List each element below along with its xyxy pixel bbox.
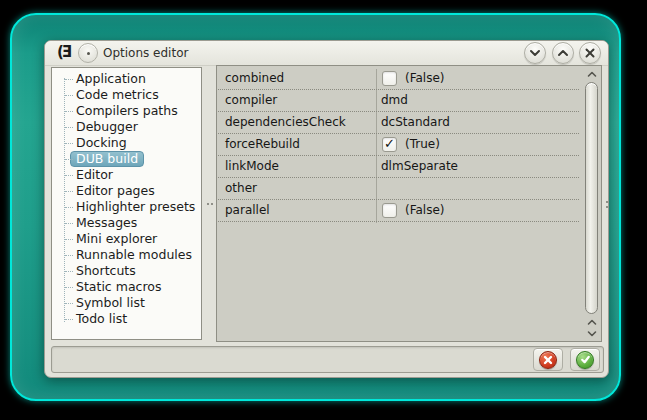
app-logo-icon: (Ǝ (57, 43, 70, 61)
vertical-scrollbar[interactable] (584, 68, 599, 339)
property-name[interactable]: parallel (225, 200, 270, 221)
sidebar-item-debugger[interactable]: Debugger (52, 119, 201, 135)
sidebar-item-label: Runnable modules (76, 247, 192, 263)
dot-icon (87, 52, 90, 55)
cancel-x-icon (539, 351, 557, 369)
sidebar-item-editor[interactable]: Editor (52, 167, 201, 183)
sidebar-item-label: Messages (76, 215, 137, 231)
chevron-up-icon (587, 71, 597, 78)
sidebar-item-label: Todo list (76, 311, 127, 327)
checkbox[interactable]: ✓ (382, 203, 397, 218)
property-name[interactable]: linkMode (225, 156, 279, 177)
sidebar-item-application[interactable]: Application (52, 71, 201, 87)
sidebar-item-shortcuts[interactable]: Shortcuts (52, 263, 201, 279)
splitter-grip-icon (211, 203, 213, 205)
accept-check-icon (576, 351, 594, 369)
sidebar-item-label: Static macros (76, 279, 161, 295)
sidebar-item-label: Application (76, 71, 146, 87)
sidebar-item-label: Highlighter presets (76, 199, 195, 215)
property-value: (True) (405, 134, 440, 155)
sidebar-item-label: DUB build (70, 151, 144, 167)
sidebar-item-label: Editor (76, 167, 113, 183)
window-title: Options editor (103, 41, 188, 66)
chevron-down-icon (587, 330, 597, 337)
sidebar-item-docking[interactable]: Docking (52, 135, 201, 151)
property-grid: combined ✓ (False) compiler dmd dependen… (216, 65, 602, 342)
titlebar[interactable]: (Ǝ Options editor (45, 41, 608, 66)
sidebar-item-code-metrics[interactable]: Code metrics (52, 87, 201, 103)
scroll-down-button[interactable] (585, 328, 598, 338)
sidebar-item-label: Compilers paths (76, 103, 178, 119)
property-value: (False) (405, 200, 445, 221)
property-row[interactable]: parallel ✓ (False) (218, 200, 579, 222)
sidebar-item-editor-pages[interactable]: Editor pages (52, 183, 201, 199)
sidebar-item-highlighter-presets[interactable]: Highlighter presets (52, 199, 201, 215)
property-value[interactable]: dmd (381, 90, 408, 111)
sidebar-item-label: Symbol list (76, 295, 145, 311)
sidebar-item-label: Editor pages (76, 183, 155, 199)
property-row[interactable]: combined ✓ (False) (218, 68, 579, 90)
panel-splitter[interactable] (204, 67, 216, 340)
sidebar-item-label: Docking (76, 135, 127, 151)
property-row[interactable]: forceRebuild ✓ (True) (218, 134, 579, 156)
pin-button[interactable] (78, 43, 98, 63)
property-value[interactable]: dcStandard (381, 112, 450, 133)
sidebar-item-dub-build[interactable]: DUB build (52, 151, 201, 167)
sidebar-item-messages[interactable]: Messages (52, 215, 201, 231)
property-row[interactable]: dependenciesCheck dcStandard (218, 112, 579, 134)
shade-down-button[interactable] (524, 42, 546, 64)
bottom-bar (51, 346, 604, 373)
shade-up-button[interactable] (552, 42, 574, 64)
sidebar-item-symbol-list[interactable]: Symbol list (52, 295, 201, 311)
category-list: Application Code metrics Compilers paths… (51, 67, 202, 340)
grip-dot-icon (606, 206, 608, 208)
property-row[interactable]: compiler dmd (218, 90, 579, 112)
property-value: (False) (405, 68, 445, 89)
accept-button[interactable] (570, 348, 600, 371)
sidebar-item-runnable-modules[interactable]: Runnable modules (52, 247, 201, 263)
property-name[interactable]: forceRebuild (225, 134, 300, 155)
scrollbar-thumb[interactable] (585, 82, 598, 314)
property-name[interactable]: combined (225, 68, 284, 89)
close-icon (585, 48, 595, 58)
sidebar-item-label: Shortcuts (76, 263, 136, 279)
scroll-up-button[interactable] (585, 69, 598, 79)
grip-dot-icon (606, 201, 608, 203)
property-row[interactable]: other (218, 178, 579, 200)
splitter-grip-icon (207, 203, 209, 205)
sidebar-item-label: Mini explorer (76, 231, 157, 247)
sidebar-item-label: Debugger (76, 119, 138, 135)
close-button[interactable] (579, 42, 601, 64)
cancel-button[interactable] (533, 348, 563, 371)
property-name[interactable]: dependenciesCheck (225, 112, 346, 133)
chevron-down-icon (529, 49, 541, 57)
sidebar-item-mini-explorer[interactable]: Mini explorer (52, 231, 201, 247)
scroll-up-button-2[interactable] (585, 317, 598, 327)
property-name[interactable]: compiler (225, 90, 277, 111)
sidebar-item-compilers-paths[interactable]: Compilers paths (52, 103, 201, 119)
chevron-up-icon (587, 319, 597, 326)
check-icon: ✓ (384, 136, 395, 151)
property-row[interactable]: linkMode dlmSeparate (218, 156, 579, 178)
property-value[interactable]: dlmSeparate (381, 156, 458, 177)
chevron-up-icon (557, 49, 569, 57)
sidebar-item-label: Code metrics (76, 87, 159, 103)
options-editor-window: (Ǝ Options editor Application Code metri… (44, 40, 609, 378)
checkbox[interactable]: ✓ (382, 71, 397, 86)
sidebar-item-static-macros[interactable]: Static macros (52, 279, 201, 295)
sidebar-item-todo-list[interactable]: Todo list (52, 311, 201, 327)
property-name[interactable]: other (225, 178, 257, 199)
checkbox[interactable]: ✓ (382, 137, 397, 152)
